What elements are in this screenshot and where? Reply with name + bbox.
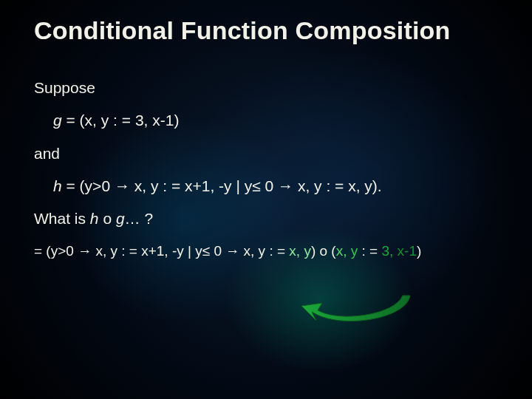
h-rest: = (y>0 → x, y : = x+1, -y | y≤ 0 → x, y … (62, 177, 382, 194)
q-h: h (90, 210, 99, 227)
final-xy2: x, (336, 243, 351, 259)
q-end: … ? (125, 210, 154, 227)
q-prefix: What is (34, 210, 90, 227)
final-close: ) (417, 243, 421, 259)
var-g: g (53, 112, 62, 129)
final-paren-o: ) o ( (311, 243, 336, 259)
var-h: h (53, 177, 62, 194)
text-question: What is h o g… ? (34, 208, 502, 229)
text-g-definition: g = (x, y : = 3, x-1) (34, 110, 502, 131)
slide-title: Conditional Function Composition (0, 16, 532, 45)
curved-arrow-icon (296, 290, 421, 334)
text-and: and (34, 143, 502, 164)
slide-body: Suppose g = (x, y : = 3, x-1) and h = (y… (34, 78, 502, 272)
g-rest: = (x, y : = 3, x-1) (62, 112, 180, 129)
final-assign: : = (358, 243, 381, 259)
text-suppose: Suppose (34, 78, 502, 98)
q-mid: o (99, 210, 116, 227)
final-3: 3, (381, 243, 397, 259)
final-xm1: x-1 (398, 243, 417, 259)
final-xy: x, y (289, 243, 311, 259)
final-eq: = (y>0 → x, y : = x+1, -y | y≤ 0 → x, y … (34, 243, 289, 259)
text-h-definition: h = (y>0 → x, y : = x+1, -y | y≤ 0 → x, … (34, 176, 502, 197)
final-y: y (351, 243, 358, 259)
text-composition-result: = (y>0 → x, y : = x+1, -y | y≤ 0 → x, y … (34, 242, 502, 261)
slide: Conditional Function Composition Suppose… (0, 0, 532, 399)
q-g: g (116, 210, 125, 227)
